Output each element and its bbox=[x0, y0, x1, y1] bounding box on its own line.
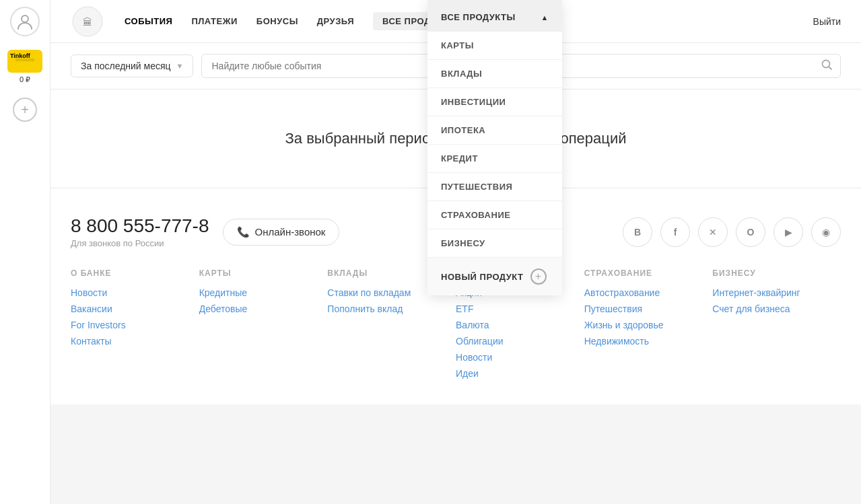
footer-col-title-cards: КАРТЫ bbox=[199, 268, 314, 278]
search-input[interactable] bbox=[201, 54, 841, 78]
footer-link-news[interactable]: Новости bbox=[71, 287, 186, 298]
footer-link-investors[interactable]: For Investors bbox=[71, 320, 186, 330]
footer-col-business: БИЗНЕСУ Интернет-эквайринг Счет для бизн… bbox=[712, 268, 841, 384]
period-label: За последний месяц bbox=[81, 61, 171, 71]
social-facebook[interactable]: f bbox=[660, 217, 690, 247]
footer-link-property-insurance[interactable]: Недвижимость bbox=[584, 336, 699, 347]
footer-link-life-insurance[interactable]: Жизнь и здоровье bbox=[584, 320, 699, 330]
footer-link-rates[interactable]: Ставки по вкладам bbox=[327, 287, 442, 298]
svg-point-5 bbox=[823, 61, 830, 68]
footer-col-title-business: БИЗНЕСУ bbox=[712, 268, 827, 278]
footer-col-title-investments: ИНВЕСТИЦИИ bbox=[456, 268, 571, 278]
footer-link-contacts[interactable]: Контакты bbox=[71, 336, 186, 347]
footer-link-business-account[interactable]: Счет для бизнеса bbox=[712, 303, 827, 314]
footer-link-invest-news[interactable]: Новости bbox=[456, 352, 571, 363]
call-button[interactable]: 📞 Онлайн-звонок bbox=[223, 219, 340, 246]
footer-col-cards: КАРТЫ Кредитные Дебетовые bbox=[199, 268, 328, 384]
footer-link-etf[interactable]: ETF bbox=[456, 303, 571, 314]
nav-payments[interactable]: ПЛАТЕЖИ bbox=[191, 16, 237, 26]
sidebar: Tinkoff 0 ₽ + bbox=[0, 0, 50, 504]
footer-link-auto-insurance[interactable]: Автострахование bbox=[584, 287, 699, 298]
empty-state-text: За выбранный период нет финансовых опера… bbox=[285, 130, 627, 147]
footer-link-ideas[interactable]: Идеи bbox=[456, 368, 571, 379]
search-input-wrap bbox=[201, 54, 841, 78]
footer-col-insurance: СТРАХОВАНИЕ Автострахование Путешествия … bbox=[584, 268, 713, 384]
sidebar-balance: 0 ₽ bbox=[20, 75, 30, 84]
main-nav: СОБЫТИЯ ПЛАТЕЖИ БОНУСЫ ДРУЗЬЯ ВСЕ ПРОДУК… bbox=[125, 12, 478, 30]
footer-link-top-up[interactable]: Пополнить вклад bbox=[327, 303, 442, 314]
footer-col-title-insurance: СТРАХОВАНИЕ bbox=[584, 268, 699, 278]
footer-col-title-deposits: ВКЛАДЫ bbox=[327, 268, 442, 278]
nav-events[interactable]: СОБЫТИЯ bbox=[125, 16, 172, 26]
footer-link-bonds[interactable]: Облигации bbox=[456, 336, 571, 347]
card-label: Tinkoff bbox=[10, 52, 30, 59]
all-products-nav[interactable]: ВСЕ ПРОДУКТЫ ▼ bbox=[373, 12, 478, 30]
social-twitter[interactable]: ✕ bbox=[698, 217, 728, 247]
footer-phone-note: Для звонков по России bbox=[71, 238, 209, 248]
social-odnoklassniki[interactable]: О bbox=[736, 217, 765, 247]
logo[interactable]: 🏛 bbox=[71, 5, 104, 38]
account-card[interactable]: Tinkoff bbox=[7, 50, 42, 73]
footer-link-debit-cards[interactable]: Дебетовые bbox=[199, 303, 314, 314]
main-content: За последний месяц ▼ За выбранный период… bbox=[50, 43, 861, 404]
footer-col-deposits: ВКЛАДЫ Ставки по вкладам Пополнить вклад bbox=[327, 268, 456, 384]
header: 🏛 СОБЫТИЯ ПЛАТЕЖИ БОНУСЫ ДРУЗЬЯ ВСЕ ПРОД… bbox=[50, 0, 861, 43]
phone-icon: 📞 bbox=[237, 226, 250, 238]
search-bar: За последний месяц ▼ bbox=[50, 43, 861, 89]
footer: 8 800 555-777-8 Для звонков по России 📞 … bbox=[50, 188, 861, 404]
avatar[interactable] bbox=[10, 7, 40, 36]
nav-bonuses[interactable]: БОНУСЫ bbox=[256, 16, 298, 26]
footer-link-currency[interactable]: Валюта bbox=[456, 320, 571, 330]
footer-socials: В f ✕ О ▶ ◉ bbox=[623, 217, 841, 247]
all-products-label: ВСЕ ПРОДУКТЫ bbox=[382, 16, 457, 26]
footer-columns: О БАНКЕ Новости Вакансии For Investors К… bbox=[71, 268, 841, 384]
footer-link-credit-cards[interactable]: Кредитные bbox=[199, 287, 314, 298]
social-youtube[interactable]: ▶ bbox=[773, 217, 803, 247]
footer-col-about: О БАНКЕ Новости Вакансии For Investors К… bbox=[71, 268, 199, 384]
svg-point-0 bbox=[22, 15, 28, 22]
chevron-down-icon: ▼ bbox=[461, 17, 469, 26]
call-button-label: Онлайн-звонок bbox=[255, 226, 326, 238]
footer-phone: 8 800 555-777-8 bbox=[71, 215, 209, 237]
chevron-down-icon: ▼ bbox=[176, 62, 184, 70]
period-select[interactable]: За последний месяц ▼ bbox=[71, 55, 193, 77]
social-instagram[interactable]: ◉ bbox=[811, 217, 841, 247]
footer-contact: 8 800 555-777-8 Для звонков по России 📞 … bbox=[71, 215, 841, 248]
footer-col-investments: ИНВЕСТИЦИИ Акции ETF Валюта Облигации Но… bbox=[456, 268, 584, 384]
footer-link-vacancies[interactable]: Вакансии bbox=[71, 303, 186, 314]
svg-text:🏛: 🏛 bbox=[83, 17, 92, 28]
footer-link-stocks[interactable]: Акции bbox=[456, 287, 571, 298]
add-account-button[interactable]: + bbox=[13, 98, 37, 122]
footer-link-acquiring[interactable]: Интернет-эквайринг bbox=[712, 287, 827, 298]
social-vk[interactable]: В bbox=[623, 217, 652, 247]
nav-friends[interactable]: ДРУЗЬЯ bbox=[317, 16, 354, 26]
empty-state: За выбранный период нет финансовых опера… bbox=[50, 89, 861, 188]
search-icon[interactable] bbox=[821, 59, 833, 73]
footer-link-travel-insurance[interactable]: Путешествия bbox=[584, 303, 699, 314]
logout-button[interactable]: Выйти bbox=[813, 16, 841, 27]
plus-icon: + bbox=[21, 102, 29, 118]
footer-col-title-about: О БАНКЕ bbox=[71, 268, 186, 278]
